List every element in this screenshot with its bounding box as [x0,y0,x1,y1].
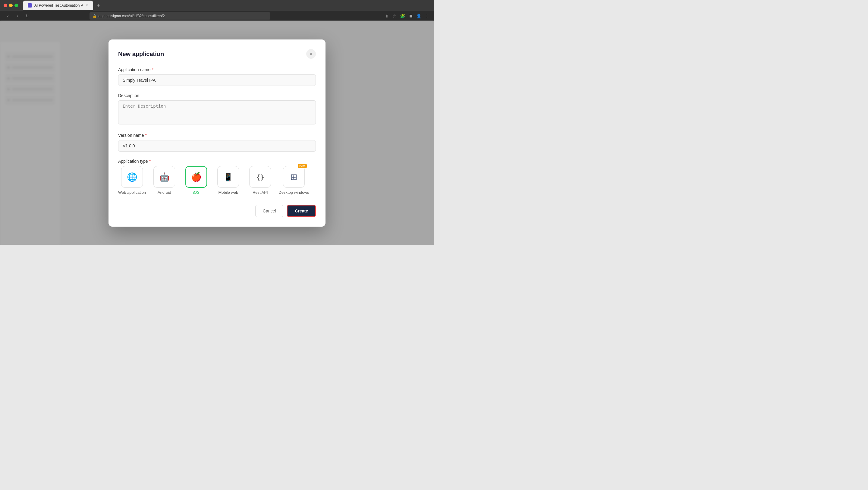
lock-icon: 🔒 [93,14,97,18]
browser-actions: ⬆ ☆ 🧩 ▣ 👤 ⋮ [385,13,429,19]
android-icon: 🤖 [159,172,170,182]
traffic-light-green[interactable] [14,4,18,7]
bookmark-icon[interactable]: ☆ [393,13,396,19]
modal-title: New application [118,51,164,58]
sidebar-toggle-icon[interactable]: ▣ [409,13,412,19]
address-bar[interactable]: 🔒 app.testsigma.com/ui/td/82/cases/filte… [90,12,270,20]
rest-api-icon-container: {} [249,166,271,188]
app-type-web[interactable]: 🌐 Web application [118,166,146,195]
app-type-ios[interactable]: 🍎 iOS [183,166,210,195]
traffic-light-yellow[interactable] [9,4,13,7]
traffic-lights [4,4,18,7]
application-type-group: Application type * 🌐 Web application 🤖 A… [118,159,316,195]
desktop-icon-container: ⊞ Beta [283,166,305,188]
rest-api-icon: {} [256,173,264,181]
beta-badge: Beta [298,164,307,168]
description-label: Description [118,93,316,98]
traffic-light-red[interactable] [4,4,7,7]
mobile-web-label: Mobile web [218,190,238,195]
tab-title: AI Powered Test Automation P [34,3,83,7]
menu-icon[interactable]: ⋮ [425,13,429,19]
active-tab[interactable]: AI Powered Test Automation P ✕ [23,1,93,10]
back-button[interactable]: ‹ [5,13,11,19]
app-type-android[interactable]: 🤖 Android [151,166,178,195]
tab-favicon [28,3,32,7]
rest-api-label: Rest API [253,190,268,195]
mobile-web-icon-container: 📱 [217,166,239,188]
version-name-input[interactable] [118,140,316,152]
modal-footer: Cancel Create [118,205,316,217]
required-indicator: * [152,67,153,72]
application-type-label: Application type * [118,159,316,164]
version-name-group: Version name * [118,133,316,152]
android-label: Android [158,190,171,195]
desktop-icon: ⊞ [290,172,297,182]
new-application-modal: New application × Application name * Des… [108,39,326,226]
android-icon-container: 🤖 [153,166,175,188]
application-types-container: 🌐 Web application 🤖 Android 🍎 iO [118,166,316,195]
application-name-input[interactable] [118,74,316,86]
modal-header: New application × [118,49,316,59]
desktop-label: Desktop windows [278,190,309,195]
globe-icon: 🌐 [127,172,137,182]
profile-icon[interactable]: 👤 [416,13,421,19]
description-textarea[interactable] [118,100,316,124]
application-name-group: Application name * [118,67,316,86]
address-bar-row: ‹ › ↻ 🔒 app.testsigma.com/ui/td/82/cases… [0,11,434,21]
tab-bar: AI Powered Test Automation P ✕ + [0,0,434,11]
app-type-desktop[interactable]: ⊞ Beta Desktop windows [278,166,309,195]
web-app-icon-container: 🌐 [121,166,143,188]
mobile-web-icon: 📱 [223,172,233,182]
description-group: Description [118,93,316,126]
ios-label: iOS [193,190,199,195]
ios-icon: 🍎 [191,172,202,182]
create-button[interactable]: Create [287,205,316,217]
web-app-label: Web application [118,190,146,195]
app-type-rest-api[interactable]: {} Rest API [247,166,274,195]
tab-close-button[interactable]: ✕ [86,4,88,7]
application-name-label: Application name * [118,67,316,72]
new-tab-button[interactable]: + [94,1,102,10]
share-icon[interactable]: ⬆ [385,13,389,19]
version-name-label: Version name * [118,133,316,138]
browser-chrome: AI Powered Test Automation P ✕ + ‹ › ↻ 🔒… [0,0,434,21]
address-url: app.testsigma.com/ui/td/82/cases/filters… [98,14,165,18]
modal-overlay: New application × Application name * Des… [0,21,434,245]
modal-close-button[interactable]: × [306,49,316,59]
cancel-button[interactable]: Cancel [255,205,284,217]
refresh-button[interactable]: ↻ [24,13,30,19]
type-required-indicator: * [149,159,151,164]
forward-button[interactable]: › [14,13,21,19]
extensions-icon[interactable]: 🧩 [400,13,405,19]
app-type-mobile-web[interactable]: 📱 Mobile web [215,166,242,195]
ios-icon-container: 🍎 [185,166,207,188]
version-required-indicator: * [145,133,147,138]
